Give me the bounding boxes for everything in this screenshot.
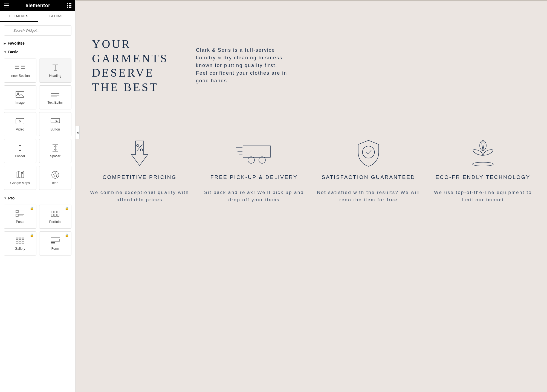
widget-label: Text Editor (47, 101, 63, 104)
widget-heading[interactable]: Heading (39, 59, 72, 83)
svg-rect-53 (51, 239, 60, 241)
caret-down-icon: ▼ (4, 197, 7, 200)
feature-text: Not satisfied with the results? We will … (316, 189, 422, 204)
tab-global[interactable]: GLOBAL (38, 11, 76, 22)
section-pro[interactable]: ▼ Pro (0, 194, 75, 202)
section-label: Pro (8, 196, 15, 200)
feature-pricing[interactable]: COMPETITIVE PRICING We combine exception… (84, 138, 195, 204)
panel-tabs: ELEMENTS GLOBAL (0, 11, 75, 22)
lock-icon: 🔒 (30, 233, 34, 237)
map-icon (16, 171, 24, 179)
svg-rect-1 (69, 3, 70, 4)
image-icon (16, 90, 24, 98)
feature-text: We combine exceptional quality with affo… (86, 189, 193, 204)
widget-gallery[interactable]: 🔒 Gallery (4, 231, 36, 255)
hamburger-menu-icon[interactable] (4, 4, 9, 7)
feature-text: We use top-of-the-line equipment to limi… (430, 189, 536, 204)
widget-portfolio[interactable]: 🔒 Portfolio (39, 205, 72, 229)
svg-rect-8 (70, 7, 71, 8)
button-icon (51, 117, 60, 125)
features-section: COMPETITIVE PRICING We combine exception… (76, 108, 547, 214)
truck-icon (201, 138, 307, 168)
divider-icon (16, 144, 24, 152)
caret-down-icon: ▼ (4, 51, 7, 54)
svg-rect-50 (19, 242, 21, 244)
feature-title: ECO-FRIENDLY TECHNOLOGY (430, 174, 536, 181)
vertical-divider (182, 49, 182, 82)
basic-widgets: Inner Section Heading (0, 56, 75, 194)
svg-rect-46 (16, 240, 18, 241)
collapse-sidebar-button[interactable]: ◀ (76, 126, 80, 139)
widget-video[interactable]: Video (4, 112, 36, 136)
text-editor-icon (51, 90, 59, 98)
svg-rect-37 (51, 211, 53, 213)
svg-rect-40 (51, 214, 53, 216)
search-input[interactable] (4, 25, 71, 36)
svg-rect-42 (57, 214, 59, 216)
preview-panel[interactable]: ◀ YOUR GARMENTS DESERVE THE BEST Clark &… (76, 0, 547, 392)
svg-point-60 (259, 157, 265, 163)
widget-label: Image (16, 101, 25, 104)
widget-google-maps[interactable]: Google Maps (4, 166, 36, 190)
widget-label: Button (50, 127, 60, 131)
widget-button[interactable]: Button (39, 112, 72, 136)
svg-rect-6 (67, 7, 68, 8)
widget-divider[interactable]: Divider (4, 139, 36, 163)
svg-line-57 (137, 144, 142, 151)
plant-icon (430, 138, 536, 168)
svg-point-19 (18, 93, 19, 94)
svg-rect-0 (67, 3, 68, 4)
widget-spacer[interactable]: Spacer (39, 139, 72, 163)
hero-title[interactable]: YOUR GARMENTS DESERVE THE BEST (92, 37, 168, 94)
svg-point-56 (140, 149, 143, 151)
svg-rect-4 (69, 5, 70, 6)
section-favorites[interactable]: ▶ Favorites (0, 39, 75, 48)
sidebar-scroll[interactable]: ▶ Favorites ▼ Basic Inner Section (0, 22, 75, 392)
svg-rect-31 (16, 210, 18, 213)
widget-label: Portfolio (49, 220, 61, 224)
svg-rect-3 (67, 5, 68, 6)
lock-icon: 🔒 (30, 207, 34, 210)
hero-text[interactable]: Clark & Sons is a full-service laundry &… (196, 47, 289, 85)
widget-inner-section[interactable]: Inner Section (4, 59, 36, 83)
feature-title: FREE PICK-UP & DELIVERY (201, 174, 307, 181)
widget-image[interactable]: Image (4, 85, 36, 109)
apps-grid-icon[interactable] (67, 3, 71, 8)
widget-icon[interactable]: Icon (39, 166, 72, 190)
widget-text-editor[interactable]: Text Editor (39, 85, 72, 109)
widget-form[interactable]: 🔒 Form (39, 231, 72, 255)
svg-rect-45 (22, 237, 24, 239)
caret-right-icon: ▶ (4, 42, 6, 45)
section-label: Basic (8, 50, 18, 54)
svg-point-65 (480, 141, 486, 150)
feature-title: SATISFACTION GUARANTEED (316, 174, 422, 181)
form-icon (51, 236, 60, 245)
tab-elements[interactable]: ELEMENTS (0, 11, 38, 22)
widget-label: Inner Section (10, 74, 30, 78)
widget-label: Gallery (15, 247, 25, 251)
svg-rect-54 (51, 242, 55, 243)
svg-rect-38 (54, 211, 56, 213)
gallery-icon (16, 236, 24, 245)
svg-rect-41 (54, 214, 56, 216)
svg-rect-34 (16, 214, 18, 216)
logo: elementor (25, 3, 50, 8)
star-icon (51, 171, 59, 179)
columns-icon (15, 63, 25, 72)
portfolio-icon (51, 210, 59, 218)
svg-rect-5 (70, 5, 71, 6)
section-basic[interactable]: ▼ Basic (0, 48, 75, 56)
widget-label: Form (51, 247, 59, 251)
svg-point-59 (248, 157, 254, 163)
video-icon (16, 117, 24, 125)
shield-check-icon (316, 138, 422, 168)
discount-arrow-icon (86, 138, 193, 168)
widget-posts[interactable]: 🔒 Posts (4, 205, 36, 229)
widget-label: Google Maps (10, 181, 30, 185)
feature-guarantee[interactable]: SATISFACTION GUARANTEED Not satisfied wi… (313, 138, 424, 204)
widget-label: Spacer (50, 154, 60, 158)
heading-icon (51, 63, 59, 72)
feature-delivery[interactable]: FREE PICK-UP & DELIVERY Sit back and rel… (198, 138, 310, 204)
feature-eco[interactable]: ECO-FRIENDLY TECHNOLOGY We use top-of-th… (427, 138, 539, 204)
svg-rect-7 (69, 7, 70, 8)
